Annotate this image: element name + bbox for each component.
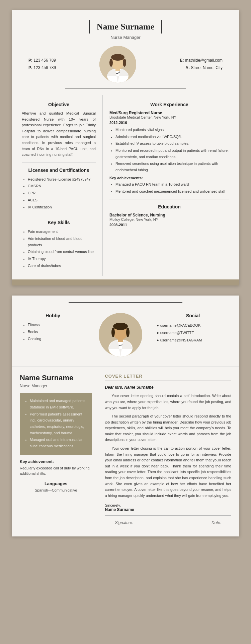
key-achievement-text: Regularly exceeded call of duty by worki… [20, 465, 92, 476]
cover-left: Name Surname Nurse Manager Maintained an… [12, 367, 98, 536]
svg-point-6 [123, 59, 126, 67]
address-line: A: Street Name, City [180, 64, 223, 72]
cover-para-2: The second paragraph of your cover lette… [105, 413, 231, 443]
svg-point-12 [111, 328, 115, 337]
education-title: Education [109, 204, 229, 209]
list-item: Removed secretions using aspiration tech… [115, 160, 229, 173]
list-item: CPR [28, 190, 96, 196]
list-item: Books [28, 329, 84, 335]
key-achievement-label: Key achievement: [20, 459, 92, 464]
key-achievements-label: Key achievements: [109, 176, 229, 180]
email-value: mathilde@gmail.com [185, 58, 223, 63]
job-title: Med/Surg Registered Nurse [109, 111, 229, 115]
divider-2 [22, 215, 96, 215]
list-item: Monitored and recorded input and output … [115, 147, 229, 160]
list-item: Cooking [28, 336, 84, 342]
contact-right: E: mathilde@gmail.com A: Street Name, Ci… [180, 57, 223, 71]
list-item: Care of drains/tubes [28, 263, 96, 269]
closing-text: Sincerely, [105, 503, 231, 507]
language-text: Spanish—Communicative [20, 488, 92, 492]
cover-divider [105, 381, 231, 381]
list-item: Performed patient's assessment incl. car… [30, 411, 88, 436]
achievements-list: Managed a PACU RN team in a 10-bed ward … [109, 181, 229, 194]
duties-list: Monitored patients' vital signs Administ… [109, 127, 229, 173]
cover-para-1: Your cover letter opening should contain… [105, 393, 231, 411]
cover-highlight-box: Maintained and managed patients database… [20, 393, 92, 455]
edu-degree: Bachelor of Science, Nursing [109, 213, 229, 217]
job-dates: 2012-2016 [109, 121, 229, 125]
footer-bar [12, 279, 239, 285]
list-item: Mentored and coached inexperienced licen… [115, 188, 229, 195]
phone1-value: 123 456 789 [33, 58, 56, 63]
col-left: Objective Attentive and qualified Medica… [12, 95, 103, 276]
contact-left: P: 123 456 789 P: 123 456 789 [28, 57, 56, 71]
signature-label: Signature: [115, 520, 133, 525]
licenses-list: Registered Nurse–License #24973947 CMSRN… [22, 176, 96, 210]
skills-title: Key Skills [22, 220, 96, 225]
social-item: username@INSTAGRAM [157, 336, 229, 344]
list-item: Registered Nurse–License #24973947 [28, 176, 96, 183]
top-decor-line [69, 302, 182, 303]
two-col-body: Objective Attentive and qualified Medica… [12, 95, 239, 276]
cover-name: Name Surname [20, 374, 92, 382]
header-title: Nurse Manager [110, 35, 141, 40]
list-item: Monitored patients' vital signs [115, 127, 229, 133]
signature-row: Signature: Date: [105, 515, 231, 530]
divider-education [109, 199, 229, 199]
work-title: Work Experience [109, 102, 229, 107]
header-decorators: Name Surname [25, 20, 226, 34]
header-divider [65, 88, 186, 88]
list-item: Maintained and managed patients database… [30, 398, 88, 410]
languages-title: Languages [20, 481, 92, 486]
list-item: Administration of blood and blood produc… [28, 236, 96, 248]
header-section: Name Surname Nurse Manager P: 123 456 78… [12, 10, 239, 95]
social-item: username@TWITTE [157, 329, 229, 336]
list-item: Fitness [28, 322, 84, 328]
edu-dates: 2008-2011 [109, 223, 229, 227]
page2-top-decor [12, 296, 239, 303]
hobby-col: Hobby Fitness Books Cooking [22, 313, 84, 342]
divider-1 [22, 163, 96, 163]
date-label: Date: [212, 520, 221, 525]
cover-letter-label: COVER LETTER [105, 374, 231, 379]
header-contact-row: P: 123 456 789 P: 123 456 789 [25, 46, 226, 83]
objective-title: Objective [22, 102, 96, 107]
licenses-title: Licenses and Certifications [22, 168, 96, 173]
list-item: Managed oral and intramuscular subcutane… [30, 437, 88, 449]
skills-list: Pain management Administration of blood … [22, 229, 96, 269]
phone2-label: P: [28, 65, 32, 70]
cover-subtitle: Nurse Manager [20, 384, 92, 388]
sign-name: Name Surname [105, 507, 231, 512]
objective-text: Attentive and qualified Medical Surgical… [22, 111, 96, 158]
list-item: CMSRN [28, 183, 96, 189]
social-item: username@FACEBOOK [157, 322, 229, 329]
col-right: Work Experience Med/Surg Registered Nurs… [103, 95, 239, 276]
list-item: Obtaining blood from central venous line [28, 249, 96, 255]
social-title: Social [157, 313, 229, 318]
svg-point-13 [126, 328, 130, 337]
list-item: Established IV access to take blood samp… [115, 140, 229, 147]
list-item: Administered medication via IV/PO/SQ/I. [115, 134, 229, 140]
phone2-line: P: 123 456 789 [28, 64, 56, 72]
hobby-title: Hobby [22, 313, 84, 318]
job-company: Brookdale Medical Center, New York, NY [109, 115, 229, 119]
cover-para-3: Your cover letter closing is the call-to… [105, 446, 231, 499]
edu-school: Molloy College, New York, NY [109, 217, 229, 221]
header-line-left [89, 20, 90, 34]
list-item: Managed a PACU RN team in a 10-bed ward [115, 181, 229, 188]
svg-point-4 [111, 54, 124, 61]
hobby-social-section: Hobby Fitness Books Cooking Social [12, 303, 239, 367]
address-value: Street Name, City [191, 65, 223, 70]
list-item: IV Therapy [28, 256, 96, 262]
header-name: Name Surname [97, 22, 155, 32]
header-line-right [161, 20, 162, 34]
profile-photo [99, 46, 136, 83]
list-item: ACLS [28, 197, 96, 203]
cover-right: COVER LETTER Dear Mrs. Name Surname Your… [98, 367, 239, 536]
cover-closing: Sincerely, Name Surname [105, 503, 231, 512]
page-2: Hobby Fitness Books Cooking Social [12, 296, 239, 536]
phone1-line: P: 123 456 789 [28, 57, 56, 64]
highlights-list: Maintained and managed patients database… [24, 398, 88, 449]
cover-body: Your cover letter opening should contain… [105, 393, 231, 499]
page-1: Name Surname Nurse Manager P: 123 456 78… [12, 10, 239, 285]
